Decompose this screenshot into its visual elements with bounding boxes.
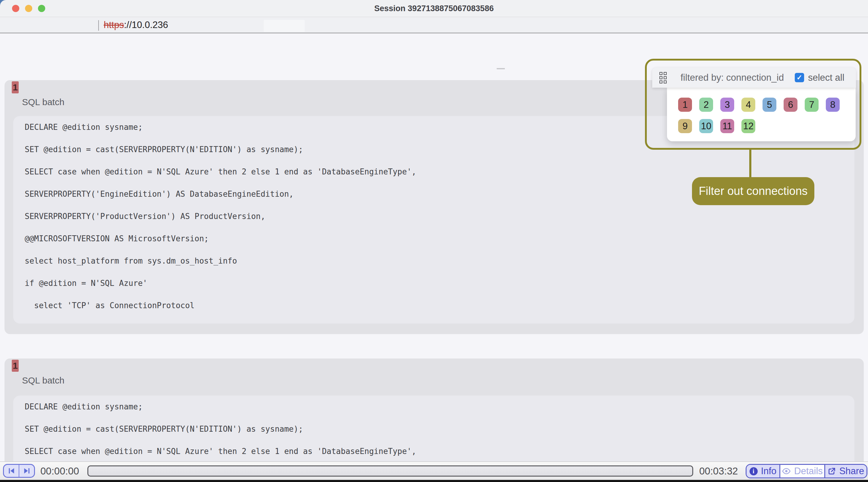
sql-line: if @edition = N'SQL Azure' xyxy=(25,272,843,294)
sql-line: select 'TCP' as ConnectionProtocol xyxy=(25,294,843,317)
info-icon: i xyxy=(749,467,758,475)
address-bar[interactable]: https://10.0.236 xyxy=(104,18,168,33)
connection-id-badge: 1 xyxy=(12,360,19,372)
sql-line: DECLARE @edition sysname; xyxy=(25,395,843,418)
sql-line: select host_platform from sys.dm_os_host… xyxy=(25,250,843,272)
sql-line: SET @edition = cast(SERVERPROPERTY(N'EDI… xyxy=(25,418,843,440)
info-button-label: Info xyxy=(761,466,777,477)
window-title: Session 3927138875067083586 xyxy=(0,0,868,17)
playback-progress-bar[interactable] xyxy=(87,465,693,477)
sql-batch-label: SQL batch xyxy=(22,97,64,107)
skip-back-icon xyxy=(7,467,16,475)
sql-line: SERVERPROPERTY('ProductVersion') AS Prod… xyxy=(25,205,843,227)
skip-to-end-button[interactable] xyxy=(19,465,34,477)
skip-to-start-button[interactable] xyxy=(4,465,19,477)
url-rest: ://10.0.236 xyxy=(124,20,168,30)
stray-dash xyxy=(497,68,505,69)
share-icon xyxy=(828,467,836,475)
toolbar-blank-chip xyxy=(264,20,305,32)
session-player-page: Session: 3927, user: test1, server: mssq… xyxy=(0,33,868,461)
toolbar-divider xyxy=(98,20,99,31)
sql-line: SELECT case when @edition = N'SQL Azure'… xyxy=(25,440,843,462)
elapsed-time: 00:00:00 xyxy=(40,462,79,480)
skip-button-group xyxy=(3,464,35,478)
annotation-callout: Filter out connections xyxy=(692,177,814,205)
connection-id-badge: 1 xyxy=(12,81,19,93)
player-actions-group: i Info Details Share xyxy=(746,464,867,478)
total-time: 00:03:32 xyxy=(699,462,738,480)
browser-toolbar: https://10.0.236 xyxy=(0,18,868,33)
url-protocol: https xyxy=(104,20,124,30)
details-button[interactable]: Details xyxy=(780,465,824,478)
share-button[interactable]: Share xyxy=(824,465,867,478)
annotation-frame xyxy=(645,59,861,150)
window-titlebar: Session 3927138875067083586 xyxy=(0,0,868,17)
sql-line: @@MICROSOFTVERSION AS MicrosoftVersion; xyxy=(25,227,843,250)
window-bottom-edge xyxy=(0,480,868,482)
annotation-connector-line xyxy=(749,150,751,178)
info-button[interactable]: i Info xyxy=(747,465,780,478)
sql-batch-label: SQL batch xyxy=(22,375,64,386)
details-button-label: Details xyxy=(794,466,823,477)
share-button-label: Share xyxy=(839,466,864,477)
eye-icon xyxy=(782,467,791,476)
skip-forward-icon xyxy=(23,467,31,475)
session-player-bar: 00:00:00 00:03:32 i Info Details Share xyxy=(0,461,868,480)
